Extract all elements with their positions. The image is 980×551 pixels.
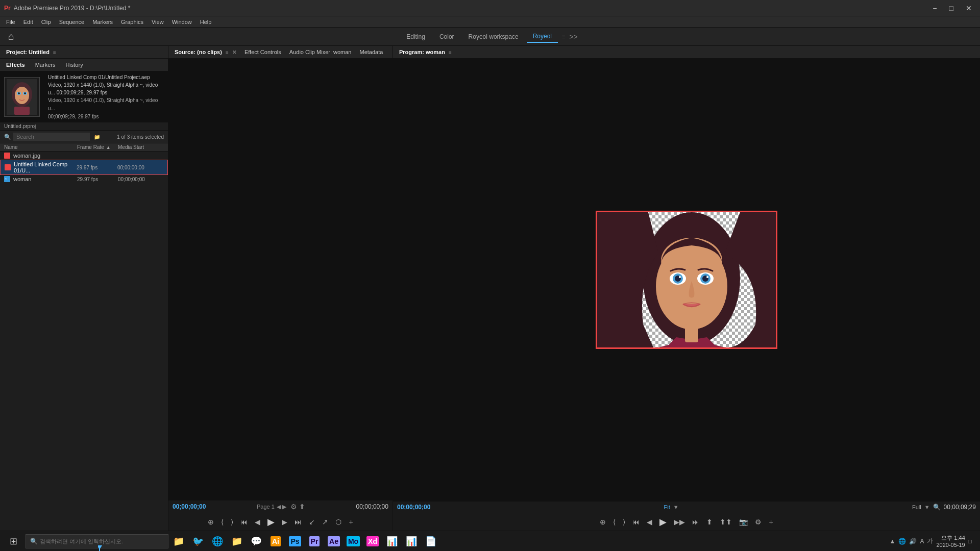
source-close-icon[interactable]: ✕	[232, 49, 236, 55]
taskbar-search-area[interactable]: 🔍	[26, 534, 168, 548]
tray-hangul-icon[interactable]: 가	[927, 537, 933, 545]
taskbar-edge[interactable]: 🌐	[208, 532, 227, 550]
menu-view[interactable]: View	[148, 18, 168, 26]
workspace-tab-royeol[interactable]: Royeol	[527, 31, 558, 43]
program-lift-button[interactable]: ⬆	[704, 517, 715, 527]
program-timecode-right: 00;00;09;29	[944, 504, 976, 511]
titlebar-controls: − □ ✕	[928, 3, 976, 13]
taskbar-photoshop[interactable]: Ps	[286, 532, 304, 550]
menu-window[interactable]: Window	[168, 18, 196, 26]
tray-volume-icon[interactable]: 🔊	[909, 538, 917, 545]
source-timecode-bar: 00;00;00;00 Page 1 ◀ ▶ ⚙ ⬆ 00;00;00;00	[168, 500, 393, 513]
tab-markers[interactable]: Markers	[33, 61, 58, 69]
tab-audio-clip-mixer[interactable]: Audio Clip Mixer: woman	[287, 48, 354, 56]
source-title-tab[interactable]: Source: (no clips) ≡ ✕	[173, 48, 238, 56]
workspace-tab-color[interactable]: Color	[433, 31, 460, 42]
source-step-forward-button[interactable]: ⟩	[229, 517, 235, 527]
tab-history[interactable]: History	[63, 61, 85, 69]
tray-ime-icon[interactable]: A	[920, 538, 924, 545]
taskbar-kakaotalk[interactable]: 💬	[247, 532, 265, 550]
source-play-forward-button[interactable]: ▶	[280, 517, 289, 527]
taskbar-xd[interactable]: Xd	[363, 532, 382, 550]
source-skip-forward-button[interactable]: ⏭	[292, 517, 304, 527]
menu-file[interactable]: File	[2, 18, 19, 26]
playhead-indicator	[99, 545, 104, 551]
tab-effects[interactable]: Effects	[4, 61, 27, 69]
source-skip-back-button[interactable]: ⏮	[238, 517, 250, 527]
workspace-tab-royeol-workspace[interactable]: Royeol workspace	[462, 31, 525, 42]
taskbar-folder[interactable]: 📁	[228, 532, 246, 550]
list-item[interactable]: Untitled Linked Comp 01/U... 29.97 fps 0…	[0, 160, 168, 175]
program-mark-in-button[interactable]: ⊕	[598, 517, 608, 527]
menu-graphics[interactable]: Graphics	[117, 18, 148, 26]
tray-network-icon[interactable]: 🌐	[898, 538, 906, 545]
taskbar-ae[interactable]: Ae	[325, 532, 343, 550]
taskbar-twitter[interactable]: 🐦	[189, 532, 207, 550]
project-title-tab[interactable]: Project: Untitled ≡	[4, 48, 58, 56]
program-timecode-left[interactable]: 00;00;00;00	[397, 504, 430, 511]
taskbar-file-explorer[interactable]: 📁	[169, 532, 188, 550]
source-play-button[interactable]: ▶	[265, 515, 277, 529]
program-search-icon[interactable]: 🔍	[933, 504, 941, 511]
program-skip-back-button[interactable]: ⏮	[630, 517, 642, 527]
tab-effect-controls[interactable]: Effect Controls	[242, 48, 283, 56]
source-timecode-left[interactable]: 00;00;00;00	[173, 503, 206, 510]
source-export-icon[interactable]: ⬆	[299, 503, 305, 511]
col-header-framerate[interactable]: Frame Rate ▲	[77, 144, 118, 150]
program-camera-button[interactable]: 📷	[737, 517, 750, 527]
close-button[interactable]: ✕	[962, 3, 976, 13]
home-icon[interactable]: ⌂	[4, 29, 18, 44]
menu-clip[interactable]: Clip	[37, 18, 55, 26]
program-play-back-button[interactable]: ◀	[645, 517, 654, 527]
list-item[interactable]: * woman 29.97 fps 00;00;00;00	[0, 175, 168, 183]
maximize-button[interactable]: □	[945, 3, 958, 13]
item-icon-video: *	[4, 176, 10, 182]
taskbar-search-input[interactable]	[40, 538, 142, 544]
source-add-button[interactable]: +	[347, 517, 355, 527]
program-play-button[interactable]: ▶	[657, 515, 669, 529]
page-nav-icon[interactable]: ◀ ▶	[277, 504, 286, 510]
item-icon-ae	[5, 164, 11, 170]
svg-point-5	[18, 92, 20, 94]
source-mark-in-button[interactable]: ⊕	[206, 517, 216, 527]
quality-label[interactable]: Full	[912, 504, 921, 510]
system-clock[interactable]: 오후 1:44 2020-05-19	[936, 534, 965, 548]
workspace-tab-editing[interactable]: Editing	[400, 31, 431, 42]
menu-help[interactable]: Help	[196, 18, 216, 26]
program-step-back-button[interactable]: ⟨	[611, 517, 618, 527]
source-export-button[interactable]: ⬡	[333, 517, 344, 527]
fit-dropdown-icon[interactable]: ▼	[673, 504, 679, 510]
program-add-button[interactable]: +	[767, 517, 775, 527]
source-settings-icon[interactable]: ⚙	[290, 503, 297, 511]
program-play-forward-button[interactable]: ▶▶	[672, 517, 687, 527]
minimize-button[interactable]: −	[928, 3, 941, 13]
taskbar-premiere[interactable]: Pr	[305, 532, 324, 550]
tray-up-icon[interactable]: ▲	[890, 538, 896, 545]
source-overwrite-button[interactable]: ↗	[320, 517, 330, 527]
program-settings-button[interactable]: ⚙	[753, 517, 764, 527]
taskbar-powerpoint[interactable]: 📊	[402, 532, 421, 550]
taskbar-illustrator[interactable]: Ai	[266, 532, 285, 550]
taskbar-excel[interactable]: 📊	[383, 532, 401, 550]
start-button[interactable]: ⊞	[4, 532, 22, 550]
program-title-tab[interactable]: Program: woman ≡	[397, 48, 454, 56]
source-insert-button[interactable]: ↙	[307, 517, 317, 527]
list-item[interactable]: woman.jpg	[0, 152, 168, 160]
menu-sequence[interactable]: Sequence	[55, 18, 89, 26]
fit-label[interactable]: Fit	[664, 504, 670, 510]
source-step-back-button[interactable]: ⟨	[219, 517, 226, 527]
program-skip-forward-button[interactable]: ⏭	[690, 517, 701, 527]
taskbar-muse[interactable]: Mo	[344, 532, 362, 550]
tab-metadata[interactable]: Metadata	[357, 48, 385, 56]
project-preview-thumbnail	[4, 77, 40, 117]
search-input[interactable]	[13, 133, 90, 141]
quality-dropdown-icon[interactable]: ▼	[924, 504, 930, 510]
menu-markers[interactable]: Markers	[88, 18, 117, 26]
notification-icon[interactable]: □	[968, 538, 972, 545]
menu-edit[interactable]: Edit	[19, 18, 37, 26]
source-play-back-button[interactable]: ◀	[253, 517, 262, 527]
program-step-forward-button[interactable]: ⟩	[621, 517, 627, 527]
workspace-more-button[interactable]: >>	[567, 33, 579, 41]
taskbar-word[interactable]: 📄	[422, 532, 440, 550]
program-extract-button[interactable]: ⬆⬆	[718, 517, 734, 527]
